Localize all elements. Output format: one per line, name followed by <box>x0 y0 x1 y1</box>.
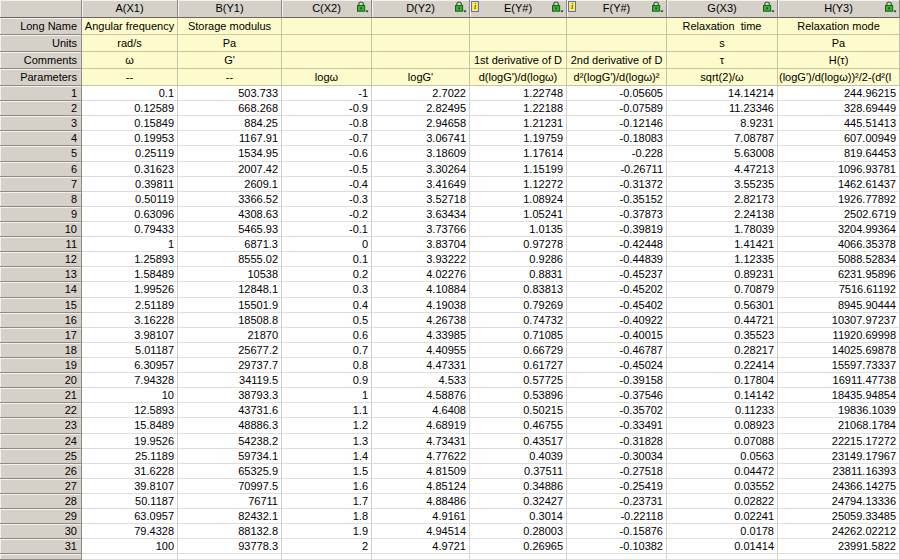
cell-A-row22[interactable]: 12.5893 <box>82 403 178 418</box>
cell-F-row18[interactable]: -0.46787 <box>567 343 667 358</box>
cell-A-row19[interactable]: 6.30957 <box>82 358 178 373</box>
cell-D-row10[interactable]: 3.73766 <box>372 222 470 237</box>
cell-C-row10[interactable]: -0.1 <box>282 222 372 237</box>
cell-C-row31[interactable]: 2 <box>282 539 372 554</box>
cell-H-row6[interactable]: 1096.93781 <box>778 162 900 177</box>
cell-C-row23[interactable]: 1.2 <box>282 418 372 433</box>
cell-D-row1[interactable]: 2.7022 <box>372 86 470 101</box>
cell-H-row19[interactable]: 15597.73337 <box>778 358 900 373</box>
cell-G-row6[interactable]: 4.47213 <box>667 162 778 177</box>
cell-D-row2[interactable]: 2.82495 <box>372 101 470 116</box>
cell-D-row9[interactable]: 3.63434 <box>372 207 470 222</box>
column-header-G[interactable]: G(X3) <box>667 0 778 18</box>
cell-H-row27[interactable]: 24366.14275 <box>778 479 900 494</box>
cell-G-row12[interactable]: 1.12335 <box>667 252 778 267</box>
cell-empty[interactable] <box>470 554 567 560</box>
column-header-C[interactable]: C(X2) <box>282 0 372 18</box>
cell-F-row25[interactable]: -0.30034 <box>567 449 667 464</box>
cell-G-row24[interactable]: 0.07088 <box>667 434 778 449</box>
cell-H-parameters[interactable]: (logG')/d(logω))²/2-(d²(l <box>778 69 900 86</box>
cell-C-units[interactable] <box>282 35 372 52</box>
cell-H-row7[interactable]: 1462.61437 <box>778 177 900 192</box>
cell-G-row9[interactable]: 2.24138 <box>667 207 778 222</box>
row-number[interactable]: 5 <box>0 146 82 161</box>
cell-B-row31[interactable]: 93778.3 <box>178 539 282 554</box>
cell-B-row18[interactable]: 25677.2 <box>178 343 282 358</box>
cell-A-row26[interactable]: 31.6228 <box>82 464 178 479</box>
cell-G-row7[interactable]: 3.55235 <box>667 177 778 192</box>
cell-D-row29[interactable]: 4.9161 <box>372 509 470 524</box>
row-number[interactable]: 22 <box>0 403 82 418</box>
cell-E-row9[interactable]: 1.05241 <box>470 207 567 222</box>
row-number[interactable]: 1 <box>0 86 82 101</box>
cell-C-row27[interactable]: 1.6 <box>282 479 372 494</box>
cell-C-row11[interactable]: 0 <box>282 237 372 252</box>
cell-H-row24[interactable]: 22215.17272 <box>778 434 900 449</box>
column-header-B[interactable]: B(Y1) <box>178 0 282 18</box>
cell-H-comments[interactable]: H(τ) <box>778 52 900 69</box>
cell-E-row21[interactable]: 0.53896 <box>470 388 567 403</box>
cell-C-row1[interactable]: -1 <box>282 86 372 101</box>
cell-E-row11[interactable]: 0.97278 <box>470 237 567 252</box>
cell-H-row26[interactable]: 23811.16393 <box>778 464 900 479</box>
cell-D-row16[interactable]: 4.26738 <box>372 313 470 328</box>
cell-F-row16[interactable]: -0.40922 <box>567 313 667 328</box>
cell-G-long-name[interactable]: Relaxation time <box>667 18 778 35</box>
column-header-H[interactable]: H(Y3) <box>778 0 900 18</box>
cell-C-row6[interactable]: -0.5 <box>282 162 372 177</box>
cell-C-row17[interactable]: 0.6 <box>282 328 372 343</box>
cell-F-row12[interactable]: -0.44839 <box>567 252 667 267</box>
cell-C-row18[interactable]: 0.7 <box>282 343 372 358</box>
cell-E-row5[interactable]: 1.17614 <box>470 146 567 161</box>
cell-empty[interactable] <box>667 554 778 560</box>
row-number[interactable]: 3 <box>0 116 82 131</box>
row-number[interactable]: 12 <box>0 252 82 267</box>
row-number[interactable]: 27 <box>0 479 82 494</box>
cell-H-row4[interactable]: 607.00949 <box>778 131 900 146</box>
metadata-info-icon[interactable]: i <box>471 1 479 12</box>
cell-G-row14[interactable]: 0.70879 <box>667 282 778 297</box>
metadata-info-icon[interactable]: i <box>568 1 576 12</box>
cell-A-row6[interactable]: 0.31623 <box>82 162 178 177</box>
cell-E-row4[interactable]: 1.19759 <box>470 131 567 146</box>
cell-H-row3[interactable]: 445.51413 <box>778 116 900 131</box>
cell-G-row20[interactable]: 0.17804 <box>667 373 778 388</box>
cell-B-row12[interactable]: 8555.02 <box>178 252 282 267</box>
cell-H-row22[interactable]: 19836.1039 <box>778 403 900 418</box>
cell-B-row17[interactable]: 21870 <box>178 328 282 343</box>
cell-E-row23[interactable]: 0.46755 <box>470 418 567 433</box>
cell-D-row18[interactable]: 4.40955 <box>372 343 470 358</box>
cell-D-row14[interactable]: 4.10884 <box>372 282 470 297</box>
cell-C-row13[interactable]: 0.2 <box>282 267 372 282</box>
cell-A-row2[interactable]: 0.12589 <box>82 101 178 116</box>
cell-empty[interactable] <box>567 554 667 560</box>
cell-E-row29[interactable]: 0.3014 <box>470 509 567 524</box>
cell-B-row11[interactable]: 6871.3 <box>178 237 282 252</box>
row-number[interactable]: 24 <box>0 434 82 449</box>
cell-G-row8[interactable]: 2.82173 <box>667 192 778 207</box>
cell-H-row11[interactable]: 4066.35378 <box>778 237 900 252</box>
cell-E-long-name[interactable] <box>470 18 567 35</box>
cell-B-row3[interactable]: 884.25 <box>178 116 282 131</box>
cell-F-row21[interactable]: -0.37546 <box>567 388 667 403</box>
cell-C-row2[interactable]: -0.9 <box>282 101 372 116</box>
row-number-partial[interactable] <box>0 554 82 560</box>
cell-E-row1[interactable]: 1.22748 <box>470 86 567 101</box>
cell-E-comments[interactable]: 1st derivative of D <box>470 52 567 69</box>
cell-F-row31[interactable]: -0.10382 <box>567 539 667 554</box>
cell-E-units[interactable] <box>470 35 567 52</box>
cell-F-row5[interactable]: -0.228 <box>567 146 667 161</box>
cell-A-row3[interactable]: 0.15849 <box>82 116 178 131</box>
cell-F-row10[interactable]: -0.39819 <box>567 222 667 237</box>
cell-D-row5[interactable]: 3.18609 <box>372 146 470 161</box>
corner-cell[interactable] <box>0 0 82 18</box>
cell-E-row10[interactable]: 1.0135 <box>470 222 567 237</box>
cell-G-comments[interactable]: τ <box>667 52 778 69</box>
cell-B-row24[interactable]: 54238.2 <box>178 434 282 449</box>
cell-G-parameters[interactable]: sqrt(2)/ω <box>667 69 778 86</box>
cell-E-row8[interactable]: 1.08924 <box>470 192 567 207</box>
row-number[interactable]: 30 <box>0 524 82 539</box>
cell-F-row29[interactable]: -0.22118 <box>567 509 667 524</box>
cell-B-row7[interactable]: 2609.1 <box>178 177 282 192</box>
cell-B-row19[interactable]: 29737.7 <box>178 358 282 373</box>
